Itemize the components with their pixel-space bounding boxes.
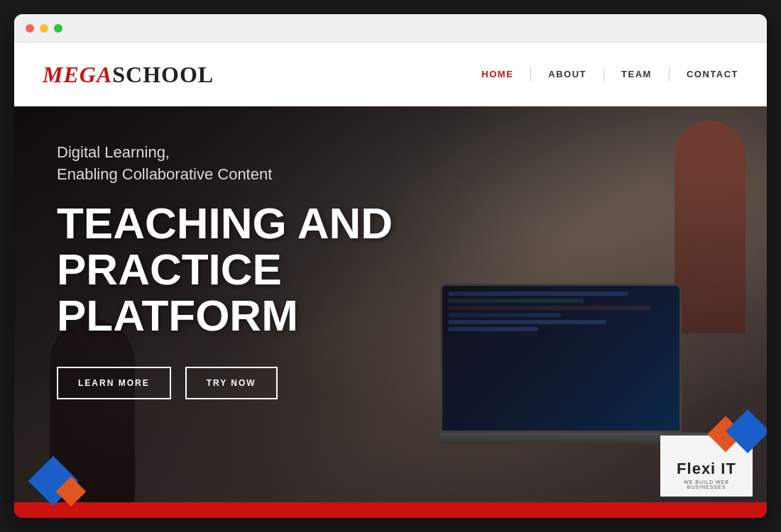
logo-school: SCHOOL <box>112 62 214 87</box>
nav-item-contact[interactable]: CONTACT <box>687 69 738 79</box>
hero-title: TEACHING AND PRACTICE PLATFORM <box>57 200 412 338</box>
hero-section: Digital Learning,Enabling Collaborative … <box>14 106 767 518</box>
logo-mega: MEGA <box>43 62 112 87</box>
hero-buttons: LEARN MORE TRY NOW <box>57 367 412 399</box>
flexi-it-badge: Flexi IT WE BUILD WEB BUSINESSES <box>660 436 753 497</box>
minimize-dot[interactable] <box>40 24 48 33</box>
nav-link-home[interactable]: HOME <box>481 69 513 79</box>
hero-content: Digital Learning,Enabling Collaborative … <box>14 106 454 435</box>
nav-link-contact[interactable]: CONTACT <box>687 69 738 79</box>
nav-links: HOME ABOUT TEAM CONTACT <box>481 67 738 82</box>
maximize-dot[interactable] <box>54 24 62 33</box>
nav-separator-2 <box>586 67 621 82</box>
red-accent-bar <box>14 502 767 518</box>
browser-content: MEGASCHOOL HOME ABOUT TEAM CONTACT <box>14 43 767 518</box>
nav-item-home[interactable]: HOME <box>481 69 513 79</box>
nav-link-about[interactable]: ABOUT <box>548 69 586 79</box>
nav-link-team[interactable]: TEAM <box>621 69 652 79</box>
nav-item-about[interactable]: ABOUT <box>548 69 586 79</box>
navbar: MEGASCHOOL HOME ABOUT TEAM CONTACT <box>14 43 767 106</box>
nav-separator-3 <box>652 67 687 82</box>
nav-separator-1 <box>513 67 548 82</box>
browser-window: MEGASCHOOL HOME ABOUT TEAM CONTACT <box>14 14 767 518</box>
flexi-it-subtitle: WE BUILD WEB BUSINESSES <box>673 480 740 489</box>
browser-chrome <box>14 14 767 43</box>
flexi-it-title: Flexi IT <box>677 460 736 478</box>
nav-item-team[interactable]: TEAM <box>621 69 652 79</box>
close-dot[interactable] <box>26 24 34 33</box>
logo[interactable]: MEGASCHOOL <box>43 63 214 86</box>
hero-title-line1: TEACHING AND <box>57 199 393 248</box>
try-now-button[interactable]: TRY NOW <box>185 367 278 399</box>
hero-title-line2: PRACTICE PLATFORM <box>57 245 298 340</box>
hero-subtitle: Digital Learning,Enabling Collaborative … <box>57 142 412 186</box>
bottom-left-decorations <box>36 456 82 502</box>
learn-more-button[interactable]: LEARN MORE <box>57 367 171 399</box>
